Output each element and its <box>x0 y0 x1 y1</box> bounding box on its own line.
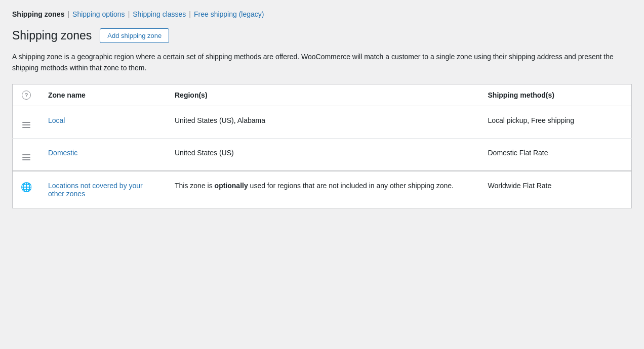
top-navigation: Shipping zones | Shipping options | Ship… <box>12 10 632 18</box>
row-methods-cell: Worldwide Flat Rate <box>480 171 632 208</box>
regions-text-bold: optionally <box>215 182 248 190</box>
table-header-regions: Region(s) <box>167 84 480 106</box>
row-globe-icon-cell: 🌐 <box>13 171 41 208</box>
regions-text-part1: This zone is <box>175 182 215 190</box>
table-header-row: ? Zone name Region(s) Shipping method(s) <box>13 84 632 106</box>
drag-handle-icon[interactable] <box>22 122 30 128</box>
help-icon[interactable]: ? <box>22 91 31 100</box>
row-regions-cell: This zone is optionally used for regions… <box>167 171 480 208</box>
nav-link-free-shipping[interactable]: Free shipping (legacy) <box>194 10 264 18</box>
add-shipping-zone-button[interactable]: Add shipping zone <box>100 28 169 43</box>
row-drag-handle-cell <box>13 138 41 171</box>
row-regions-cell: United States (US), Alabama <box>167 106 480 138</box>
zone-link-domestic[interactable]: Domestic <box>48 149 77 157</box>
page-description: A shipping zone is a geographic region w… <box>12 51 632 74</box>
table-row: Local United States (US), Alabama Local … <box>13 106 632 138</box>
table-row: Domestic United States (US) Domestic Fla… <box>13 138 632 171</box>
page-title: Shipping zones <box>12 29 92 43</box>
zone-link-local[interactable]: Local <box>48 116 65 124</box>
page-header: Shipping zones Add shipping zone <box>12 28 632 43</box>
row-methods-cell: Local pickup, Free shipping <box>480 106 632 138</box>
zone-link-locations-not-covered[interactable]: Locations not covered by your other zone… <box>48 182 143 198</box>
nav-link-shipping-options[interactable]: Shipping options <box>72 10 125 18</box>
regions-text-part2: used for regions that are not included i… <box>248 182 454 190</box>
drag-handle-icon[interactable] <box>22 154 30 160</box>
table-header-zone-name: Zone name <box>40 84 167 106</box>
row-regions-cell: United States (US) <box>167 138 480 171</box>
shipping-zones-table: ? Zone name Region(s) Shipping method(s)… <box>12 84 632 208</box>
row-zone-name-cell: Domestic <box>40 138 167 171</box>
nav-separator-1: | <box>67 10 69 18</box>
globe-icon: 🌐 <box>21 182 32 192</box>
table-header-icon: ? <box>13 84 41 106</box>
table-row: 🌐 Locations not covered by your other zo… <box>13 171 632 208</box>
row-methods-cell: Domestic Flat Rate <box>480 138 632 171</box>
nav-current-label: Shipping zones <box>12 10 64 18</box>
nav-link-shipping-classes[interactable]: Shipping classes <box>133 10 186 18</box>
nav-separator-3: | <box>189 10 191 18</box>
nav-separator-2: | <box>128 10 130 18</box>
row-drag-handle-cell <box>13 106 41 138</box>
row-zone-name-cell: Local <box>40 106 167 138</box>
table-header-methods: Shipping method(s) <box>480 84 632 106</box>
row-zone-name-cell: Locations not covered by your other zone… <box>40 171 167 208</box>
